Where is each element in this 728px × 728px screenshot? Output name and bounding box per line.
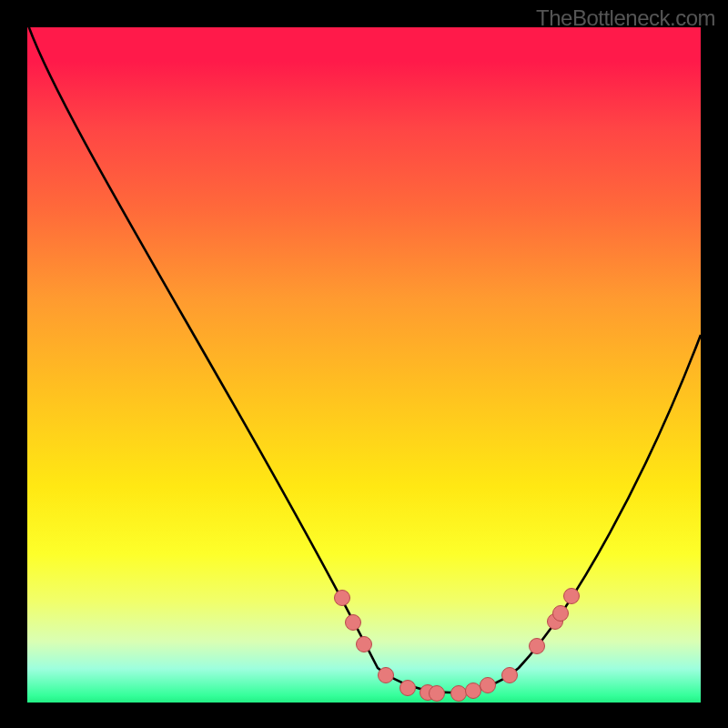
data-point [480, 678, 496, 693]
data-point [451, 686, 467, 702]
data-point [430, 686, 445, 702]
data-point [466, 683, 481, 699]
data-point [357, 637, 372, 652]
data-point [400, 681, 416, 696]
data-point [420, 685, 436, 701]
data-point [335, 591, 350, 606]
watermark-label: TheBottleneck.com [536, 5, 715, 31]
chart-svg [27, 27, 701, 703]
data-point [548, 614, 563, 630]
data-point [379, 668, 394, 683]
data-point [530, 639, 545, 654]
data-point [564, 589, 580, 604]
chart-plot-area [27, 27, 701, 703]
data-point [502, 668, 518, 683]
data-points-group [335, 589, 580, 702]
data-point [346, 615, 361, 631]
bottleneck-curve [27, 27, 701, 693]
data-point [553, 606, 569, 622]
